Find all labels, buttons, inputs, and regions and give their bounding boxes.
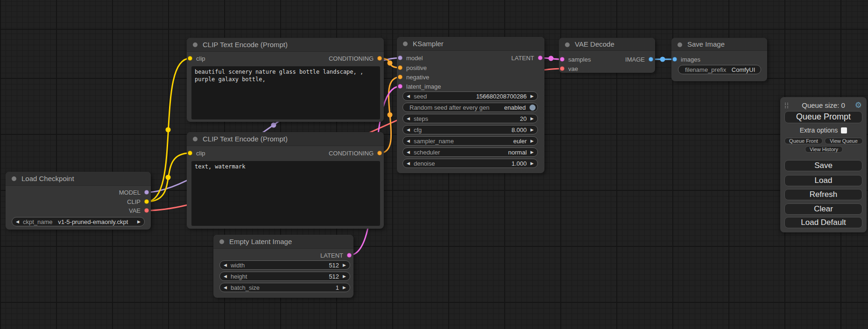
load-default-button[interactable]: Load Default	[784, 217, 862, 228]
slot-dot-latent[interactable]	[347, 253, 352, 258]
slot-dot-image[interactable]	[672, 57, 677, 62]
widget-ckpt-name[interactable]: ◀ ckpt_name v1-5-pruned-emaonly.ckpt ▶	[12, 217, 145, 226]
output-slot-vae[interactable]: VAE	[129, 207, 149, 214]
decrement-arrow-icon[interactable]: ◀	[403, 159, 414, 168]
output-slot-image[interactable]: IMAGE	[625, 56, 653, 63]
node-load-checkpoint[interactable]: Load Checkpoint MODEL CLIP VAE ◀ ckpt_na…	[6, 172, 151, 230]
collapse-dot-icon[interactable]	[12, 176, 16, 181]
input-slot-latent-image[interactable]: latent_image	[398, 83, 441, 90]
input-slot-samples[interactable]: samples	[560, 56, 591, 63]
collapse-dot-icon[interactable]	[403, 42, 408, 46]
collapse-dot-icon[interactable]	[193, 137, 198, 141]
load-button[interactable]: Load	[784, 175, 862, 186]
prompt-textarea[interactable]: text, watermark	[191, 161, 380, 226]
slot-dot-vae[interactable]	[144, 208, 149, 213]
input-slot-images[interactable]: images	[672, 56, 700, 63]
view-history-button[interactable]: View History	[805, 146, 843, 153]
decrement-arrow-icon[interactable]: ◀	[220, 283, 231, 292]
node-vae-decode[interactable]: VAE Decode samples vae IMAGE	[559, 38, 655, 73]
clear-button[interactable]: Clear	[784, 203, 862, 215]
queue-prompt-button[interactable]: Queue Prompt	[784, 111, 862, 123]
input-slot-model[interactable]: model	[398, 55, 423, 61]
save-button[interactable]: Save	[784, 160, 862, 171]
decrement-arrow-icon[interactable]: ◀	[220, 272, 231, 280]
widget-batch-size[interactable]: ◀ batch_size 1 ▶	[219, 283, 350, 292]
widget-cfg[interactable]: ◀ cfg 8.000 ▶	[402, 125, 538, 134]
decrement-arrow-icon[interactable]: ◀	[403, 114, 414, 123]
slot-dot-conditioning[interactable]	[398, 65, 402, 70]
slot-dot-clip[interactable]	[188, 151, 192, 155]
node-save-image[interactable]: Save Image images filename_prefix ComfyU…	[671, 38, 767, 81]
increment-arrow-icon[interactable]: ▶	[339, 283, 350, 292]
widget-height[interactable]: ◀ height 512 ▶	[219, 272, 350, 281]
node-title-bar[interactable]: VAE Decode	[559, 38, 655, 51]
widget-filename-prefix[interactable]: filename_prefix ComfyUI	[678, 65, 761, 74]
node-empty-latent-image[interactable]: Empty Latent Image LATENT ◀ width 512 ▶ …	[213, 235, 353, 298]
slot-dot-latent[interactable]	[538, 56, 543, 60]
view-queue-button[interactable]: View Queue	[825, 138, 863, 144]
decrement-arrow-icon[interactable]: ◀	[220, 261, 231, 269]
widget-seed[interactable]: ◀ seed 156680208700286 ▶	[402, 91, 538, 101]
refresh-button[interactable]: Refresh	[784, 189, 862, 200]
queue-front-button[interactable]: Queue Front	[784, 138, 823, 144]
widget-random-seed-toggle[interactable]: Random seed after every gen enabled	[402, 103, 538, 112]
decrement-arrow-icon[interactable]: ◀	[12, 217, 23, 226]
output-slot-conditioning[interactable]: CONDITIONING	[329, 55, 382, 62]
node-clip-text-encode-negative[interactable]: CLIP Text Encode (Prompt) clip CONDITION…	[187, 132, 384, 229]
output-slot-conditioning[interactable]: CONDITIONING	[329, 150, 382, 156]
queue-panel[interactable]: Queue size: 0 ⚙ Queue Prompt Extra optio…	[780, 97, 867, 232]
collapse-dot-icon[interactable]	[193, 42, 198, 47]
input-slot-positive[interactable]: positive	[398, 64, 427, 71]
slot-dot-model[interactable]	[398, 56, 402, 60]
output-slot-model[interactable]: MODEL	[119, 189, 149, 196]
widget-denoise[interactable]: ◀ denoise 1.000 ▶	[402, 159, 538, 168]
output-slot-latent[interactable]: LATENT	[511, 55, 543, 61]
collapse-dot-icon[interactable]	[565, 42, 570, 47]
widget-width[interactable]: ◀ width 512 ▶	[219, 260, 350, 270]
widget-steps[interactable]: ◀ steps 20 ▶	[402, 114, 538, 123]
output-slot-clip[interactable]: CLIP	[127, 198, 149, 205]
slot-dot-conditioning[interactable]	[377, 151, 382, 155]
slot-dot-model[interactable]	[144, 190, 149, 195]
increment-arrow-icon[interactable]: ▶	[527, 114, 537, 123]
node-title-bar[interactable]: Save Image	[671, 38, 767, 51]
collapse-dot-icon[interactable]	[219, 239, 224, 244]
extra-options-checkbox[interactable]	[841, 127, 847, 133]
settings-gear-icon[interactable]: ⚙	[855, 101, 862, 110]
slot-dot-conditioning[interactable]	[398, 75, 402, 79]
decrement-arrow-icon[interactable]: ◀	[403, 126, 414, 134]
increment-arrow-icon[interactable]: ▶	[527, 148, 537, 156]
node-title-bar[interactable]: CLIP Text Encode (Prompt)	[187, 132, 384, 146]
node-title-bar[interactable]: Load Checkpoint	[6, 172, 151, 186]
increment-arrow-icon[interactable]: ▶	[527, 137, 537, 145]
toggle-knob-icon[interactable]	[529, 105, 536, 111]
input-slot-clip[interactable]: clip	[188, 55, 205, 62]
slot-dot-conditioning[interactable]	[377, 56, 382, 61]
slot-dot-vae[interactable]	[560, 66, 565, 71]
decrement-arrow-icon[interactable]: ◀	[403, 92, 414, 100]
increment-arrow-icon[interactable]: ▶	[527, 126, 537, 134]
decrement-arrow-icon[interactable]: ◀	[403, 137, 414, 145]
decrement-arrow-icon[interactable]: ◀	[403, 148, 414, 156]
node-title-bar[interactable]: KSampler	[397, 37, 544, 51]
slot-dot-clip[interactable]	[144, 199, 149, 204]
increment-arrow-icon[interactable]: ▶	[339, 272, 350, 280]
slot-dot-clip[interactable]	[188, 56, 192, 61]
widget-sampler-name[interactable]: ◀ sampler_name euler ▶	[402, 136, 538, 146]
collapse-dot-icon[interactable]	[677, 42, 682, 47]
node-title-bar[interactable]: Empty Latent Image	[213, 235, 353, 249]
slot-dot-latent[interactable]	[398, 84, 402, 89]
node-ksampler[interactable]: KSampler model positive negative latent_…	[397, 37, 544, 173]
slot-dot-image[interactable]	[649, 57, 653, 62]
increment-arrow-icon[interactable]: ▶	[527, 92, 537, 100]
output-slot-latent[interactable]: LATENT	[320, 252, 352, 259]
comfyui-canvas[interactable]: Load Checkpoint MODEL CLIP VAE ◀ ckpt_na…	[0, 0, 868, 329]
increment-arrow-icon[interactable]: ▶	[527, 159, 537, 168]
increment-arrow-icon[interactable]: ▶	[339, 261, 350, 269]
input-slot-vae[interactable]: vae	[560, 65, 578, 72]
increment-arrow-icon[interactable]: ▶	[134, 217, 144, 226]
input-slot-clip[interactable]: clip	[188, 150, 205, 156]
node-clip-text-encode-positive[interactable]: CLIP Text Encode (Prompt) clip CONDITION…	[187, 38, 384, 122]
prompt-textarea[interactable]: beautiful scenery nature glass bottle la…	[191, 66, 380, 119]
node-title-bar[interactable]: CLIP Text Encode (Prompt)	[187, 38, 384, 52]
